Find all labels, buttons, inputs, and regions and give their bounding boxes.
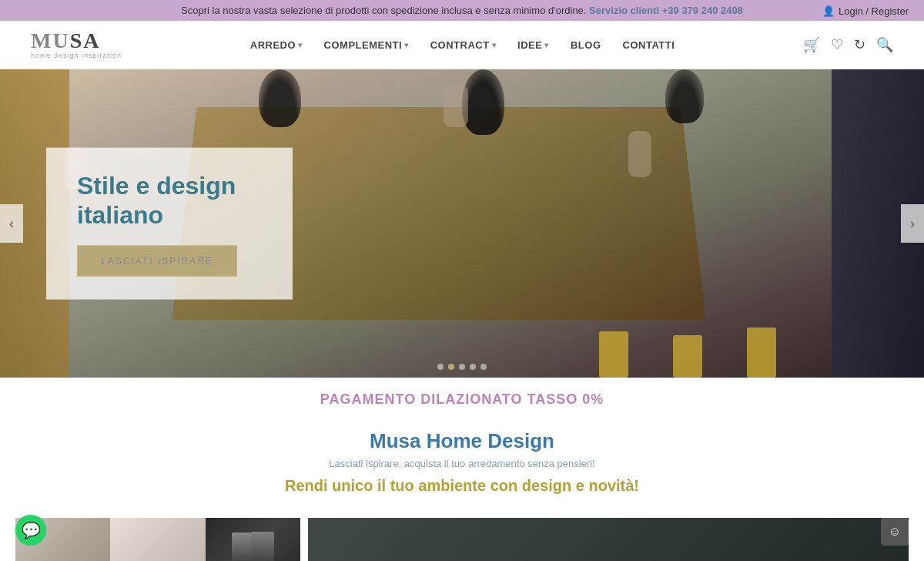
cart-button[interactable]: 🛒	[803, 36, 820, 53]
nav-arredo[interactable]: ARREDO ▾	[250, 39, 303, 51]
person-icon: 👤	[822, 5, 835, 16]
compare-button[interactable]: ↻	[854, 36, 865, 53]
top-banner: Scopri la nostra vasta selezione di prod…	[0, 0, 924, 21]
banner-text: Scopri la nostra vasta selezione di prod…	[181, 5, 586, 16]
heart-icon: ♡	[831, 37, 843, 52]
search-icon: 🔍	[876, 37, 893, 52]
thumbnail-3-figure	[232, 532, 251, 561]
logo-area[interactable]: MUSA home design inspiration	[31, 30, 122, 59]
slider-dot-4[interactable]	[470, 364, 476, 370]
slider-next-button[interactable]: ›	[901, 204, 924, 243]
slider-dots	[437, 364, 487, 370]
accessibility-button[interactable]: ☺	[881, 518, 909, 546]
chevron-left-icon: ‹	[9, 216, 14, 232]
chevron-down-icon: ▾	[298, 41, 303, 49]
mid-section: Musa Home Design Lasciati ispirare, acqu…	[0, 422, 924, 510]
mid-tagline: Rendi unico il tuo ambiente con design e…	[15, 477, 909, 495]
whatsapp-button[interactable]: 💬	[15, 515, 46, 546]
wishlist-button[interactable]: ♡	[831, 36, 843, 53]
nav-complementi[interactable]: COMPLEMENTI ▾	[324, 39, 409, 51]
main-nav: ARREDO ▾ COMPLEMENTI ▾ CONTRACT ▾ IDEE ▾…	[250, 39, 675, 51]
nav-contract[interactable]: CONTRACT ▾	[430, 39, 496, 51]
hero-cta-button[interactable]: Lasciati Ispirare	[77, 245, 237, 276]
site-header: MUSA home design inspiration ARREDO ▾ CO…	[0, 21, 924, 69]
thumbnail-3[interactable]	[206, 518, 300, 561]
mid-title: Musa Home Design	[15, 429, 909, 453]
cart-icon: 🛒	[803, 37, 820, 52]
slider-dot-3[interactable]	[459, 364, 465, 370]
chevron-down-icon: ▾	[492, 41, 497, 49]
phone-number[interactable]: Servizio clienti +39 379 240 2498	[589, 5, 743, 16]
header-icons: 🛒 ♡ ↻ 🔍	[803, 36, 893, 53]
login-label[interactable]: Login / Register	[839, 5, 909, 16]
logo-subtitle: home design inspiration	[31, 52, 122, 59]
slider-dot-2[interactable]	[448, 364, 454, 370]
chevron-down-icon: ▾	[404, 41, 409, 49]
chevron-right-icon: ›	[910, 216, 915, 232]
logo-text: MUSA	[31, 30, 100, 52]
accessibility-icon: ☺	[889, 525, 901, 539]
thumbnail-2[interactable]	[110, 518, 205, 561]
search-button[interactable]: 🔍	[876, 36, 893, 53]
nav-contatti[interactable]: CONTATTI	[623, 39, 675, 51]
login-area[interactable]: 👤 Login / Register	[822, 5, 909, 16]
hero-slider: Stile e design italiano Lasciati Ispirar…	[0, 69, 924, 378]
thumbnail-right[interactable]	[308, 518, 909, 561]
slider-dot-5[interactable]	[480, 364, 487, 370]
nav-blog[interactable]: BLOG	[571, 39, 601, 51]
payment-banner: PAGAMENTO DILAZIONATO TASSO 0%	[0, 378, 924, 422]
hero-content: Stile e design italiano Lasciati Ispirar…	[46, 148, 293, 300]
hero-title: Stile e design italiano	[77, 171, 262, 230]
whatsapp-icon: 💬	[22, 521, 41, 539]
slider-prev-button[interactable]: ‹	[0, 204, 23, 243]
thumb-left-group[interactable]	[15, 518, 300, 561]
payment-text: PAGAMENTO DILAZIONATO TASSO 0%	[320, 391, 604, 407]
slider-dot-1[interactable]	[437, 364, 444, 370]
thumbnail-row	[0, 510, 924, 561]
chevron-down-icon: ▾	[544, 41, 549, 49]
mid-subtitle: Lasciati ispirare, acquista il tuo arred…	[15, 458, 909, 469]
compare-icon: ↻	[854, 37, 865, 52]
nav-idee[interactable]: IDEE ▾	[517, 39, 549, 51]
